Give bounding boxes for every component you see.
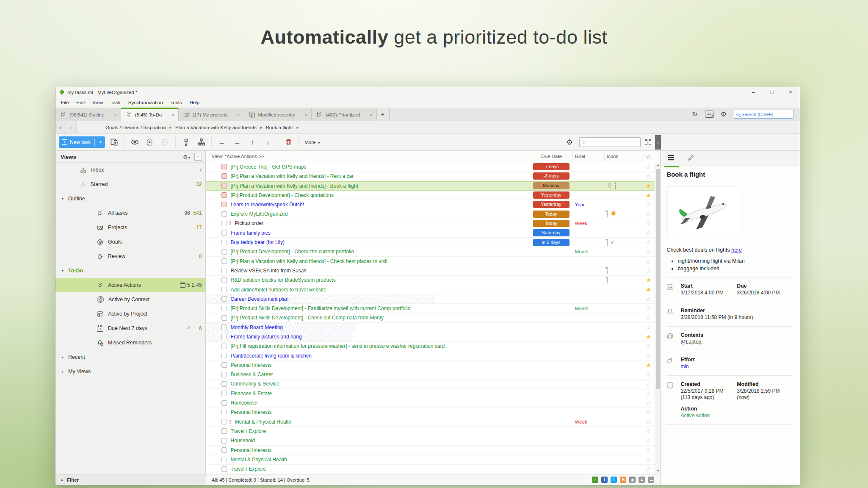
sidebar-item-outline[interactable]: ▾Outline [55, 191, 205, 206]
sidebar-item-active-by-context[interactable]: @Active by Context [55, 292, 205, 307]
quick-filter-input[interactable]: ▽ [579, 137, 641, 147]
expand-arrow-icon[interactable]: ▸ [61, 355, 65, 359]
task-row[interactable]: !Pickup orderTodayWeek☆ [206, 219, 655, 228]
star-toggle-icon[interactable]: ☆ [646, 343, 652, 349]
star-toggle-icon[interactable]: ☆ [646, 353, 652, 359]
task-row[interactable]: Monthly Board Meeting☆ [206, 323, 655, 332]
task-checkbox[interactable] [221, 419, 227, 424]
task-row[interactable]: R&D solution blocks for BladeSystem prod… [206, 276, 655, 285]
task-row[interactable]: Community & Service☆ [206, 380, 655, 389]
star-toggle-icon[interactable]: ☆ [646, 164, 652, 170]
collapse-arrow-icon[interactable]: ▾ [61, 197, 65, 201]
sidebar-item-active-by-project[interactable]: Active by Project [55, 307, 205, 321]
task-checkbox[interactable] [221, 334, 227, 339]
star-toggle-icon[interactable]: ☆ [646, 211, 652, 217]
task-title[interactable]: [Prj:Product Development] - Check the cu… [231, 249, 354, 255]
move-down-icon[interactable]: ↓ [261, 139, 274, 146]
effort-value[interactable]: min [680, 363, 694, 370]
task-checkbox[interactable] [221, 362, 227, 368]
task-checkbox[interactable] [221, 249, 227, 255]
dates-field[interactable]: Start3/17/2018 4:00 PM Due3/26/2018 4:00… [666, 283, 793, 296]
task-checkbox[interactable] [221, 240, 227, 245]
task-row[interactable]: Personal Interests☆ [206, 408, 655, 417]
task-title[interactable]: Learn to read/write/speak Dutch! [231, 202, 304, 208]
task-checkbox[interactable] [221, 324, 227, 330]
task-row[interactable]: Paint/decorate living room & kitchen☆ [206, 351, 655, 360]
cloud-icon[interactable]: ☁ [648, 477, 654, 483]
task-checkbox[interactable] [221, 211, 227, 217]
view-settings-gear-icon[interactable]: ⚙ [566, 138, 573, 147]
task-title[interactable]: [Prj:Greece Trip] - Get GPS maps [231, 164, 307, 170]
menu-item-synchronization[interactable]: Synchronization [124, 100, 167, 105]
star-toggle-icon[interactable]: ☆ [646, 438, 652, 444]
close-tab-icon[interactable]: × [370, 112, 372, 117]
columns-toggle-icon[interactable] [645, 139, 651, 145]
task-checkbox[interactable] [221, 381, 227, 387]
close-tab-icon[interactable]: × [237, 112, 240, 117]
task-checkbox[interactable] [221, 202, 227, 207]
view-label[interactable]: View: *Active Actions >> [212, 154, 264, 159]
task-checkbox[interactable] [221, 457, 227, 462]
chevron-down-icon[interactable]: ▼ [97, 140, 103, 144]
close-tab-icon[interactable]: × [304, 112, 307, 117]
task-row[interactable]: Review VSE/LSA info from Susan☆ [206, 266, 655, 275]
tab--17-my-projects[interactable]: (17) My projects× [179, 108, 244, 121]
task-title[interactable]: [Prj:Product Skills Development] - Famil… [231, 305, 411, 311]
task-title[interactable]: R&D solution blocks for BladeSystem prod… [231, 277, 336, 283]
add-tab-button[interactable]: + [377, 108, 390, 121]
task-row[interactable]: Explore MyLifeOrganizedToday☆ [206, 209, 655, 219]
task-title[interactable]: Monthly Board Meeting [231, 324, 283, 330]
close-tab-icon[interactable]: × [171, 112, 174, 117]
task-checkbox[interactable] [221, 466, 227, 472]
flights-link[interactable]: here [731, 247, 742, 253]
search-input[interactable] [741, 112, 791, 117]
task-title[interactable]: Travel / Explore [231, 466, 266, 472]
column-due-date[interactable]: Due Date [533, 154, 570, 159]
task-checkbox[interactable] [221, 230, 227, 236]
task-row[interactable]: [Prj:Fill registration information for p… [206, 342, 655, 351]
star-toggle-icon[interactable]: ☆ [646, 258, 652, 264]
maximize-button[interactable]: ☐ [763, 87, 781, 97]
menu-item-task[interactable]: Task [107, 100, 124, 105]
task-checkbox[interactable] [221, 173, 227, 179]
star-toggle-icon[interactable]: ☆ [646, 324, 652, 330]
task-row[interactable]: !Mental & Physical HealthWeek☆ [206, 417, 655, 427]
task-row[interactable]: [Prj:Product Development] - Check quotat… [206, 191, 655, 200]
task-checkbox[interactable] [221, 344, 227, 349]
tab--5-45-to-do[interactable]: (5|45) To-Do× [121, 108, 179, 121]
star-toggle-icon[interactable]: ☆ [646, 457, 652, 463]
settings-gear-icon[interactable]: ⚙ [721, 110, 727, 118]
task-checkbox[interactable] [221, 410, 227, 415]
task-row[interactable]: Frame family pictures and hang★ [206, 332, 655, 341]
star-toggle-icon[interactable]: ☆ [646, 409, 652, 415]
task-checkbox[interactable] [221, 164, 227, 169]
task-checkbox[interactable] [221, 221, 227, 226]
task-title[interactable]: [Prj:Product Development] - Check quotat… [231, 192, 334, 198]
outline-tree-icon[interactable] [195, 138, 207, 146]
task-row[interactable]: Household☆ [206, 436, 655, 446]
task-row[interactable]: Travel / Explore☆ [206, 465, 655, 474]
star-toggle-icon[interactable]: ☆ [646, 202, 652, 208]
task-title[interactable]: Frame family pictures and hang [231, 334, 302, 340]
search-box[interactable] [734, 110, 794, 119]
indent-icon[interactable]: → [231, 139, 243, 146]
sidebar-item-active-actions[interactable]: Active Actions5Σ 45 [55, 278, 205, 292]
task-title[interactable]: Add airline/hotel numbers to travel webs… [231, 287, 326, 293]
task-row[interactable]: [Prj:Greece Trip] - Get GPS maps-7 days☆ [206, 162, 655, 172]
task-title[interactable]: Frame family pics [231, 230, 271, 236]
sidebar-item-review[interactable]: Review8 [55, 249, 205, 263]
twitter-icon[interactable]: t [611, 477, 617, 483]
task-checkbox[interactable] [221, 183, 227, 189]
task-checkbox[interactable] [221, 400, 227, 406]
star-toggle-icon[interactable]: ☆ [646, 391, 652, 396]
task-row[interactable]: Finances & Estate☆ [206, 389, 655, 398]
expand-arrow-icon[interactable]: ▸ [61, 370, 65, 374]
star-toggle-icon[interactable]: ★ [646, 192, 652, 198]
delete-task-icon[interactable] [282, 138, 295, 146]
forward-button[interactable]: › [66, 121, 77, 133]
focus-eye-icon[interactable] [128, 138, 141, 146]
task-row[interactable]: [Prj:Plan a Vacation with Kelly and frie… [206, 257, 655, 266]
task-title[interactable]: [Prj:Plan a Vacation with Kelly and frie… [231, 183, 358, 189]
task-title[interactable]: Review VSE/LSA info from Susan [231, 268, 307, 274]
minimize-button[interactable]: – [744, 87, 763, 97]
